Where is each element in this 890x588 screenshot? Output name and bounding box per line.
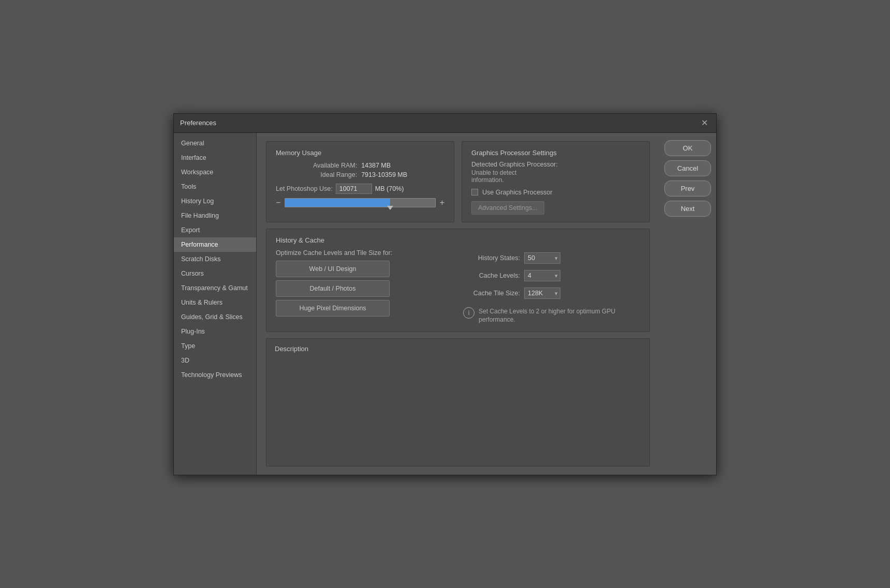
history-states-select[interactable]: 50 20 100 (524, 252, 560, 264)
cache-info-row: i Set Cache Levels to 2 or higher for op… (463, 307, 640, 325)
cache-levels-row: Cache Levels: 4 2 6 8 (463, 270, 640, 281)
memory-mb-pct: MB (70%) (375, 185, 404, 192)
sidebar-item-history-log[interactable]: History Log (174, 194, 256, 208)
hc-right: History States: 50 20 100 Cache Levels: (463, 249, 640, 325)
available-ram-label: Available RAM: (276, 162, 357, 169)
optimize-label: Optimize Cache Levels and Tile Size for: (276, 249, 453, 257)
dialog-body: General Interface Workspace Tools Histor… (174, 133, 716, 475)
cache-info-text: Set Cache Levels to 2 or higher for opti… (479, 307, 640, 325)
memory-input[interactable] (336, 184, 372, 194)
cache-levels-label: Cache Levels: (463, 272, 520, 279)
sidebar-item-units-rulers[interactable]: Units & Rulers (174, 295, 256, 310)
memory-panel: Memory Usage Available RAM: 14387 MB Ide… (266, 141, 454, 222)
gpu-section-title: Graphics Processor Settings (471, 149, 640, 157)
gpu-detected-value: Unable to detectinformation. (471, 169, 640, 184)
memory-slider[interactable] (285, 198, 435, 207)
cache-levels-select[interactable]: 4 2 6 8 (524, 270, 560, 281)
sidebar-item-export[interactable]: Export (174, 223, 256, 237)
sidebar-item-transparency-gamut[interactable]: Transparency & Gamut (174, 281, 256, 295)
ideal-range-value: 7913-10359 MB (361, 171, 444, 178)
description-panel: Description (266, 338, 650, 466)
close-button[interactable]: ✕ (699, 118, 710, 128)
cancel-button[interactable]: Cancel (664, 160, 711, 176)
sidebar-item-scratch-disks[interactable]: Scratch Disks (174, 252, 256, 266)
prev-button[interactable]: Prev (664, 180, 711, 197)
default-photos-button[interactable]: Default / Photos (276, 280, 390, 297)
history-cache-body: Optimize Cache Levels and Tile Size for:… (276, 249, 640, 325)
dialog-title: Preferences (180, 119, 216, 127)
slider-row: − + (276, 198, 444, 207)
sidebar-item-guides-grid-slices[interactable]: Guides, Grid & Slices (174, 310, 256, 324)
ok-button[interactable]: OK (664, 140, 711, 156)
memory-grid: Available RAM: 14387 MB Ideal Range: 791… (276, 162, 444, 178)
hc-left: Optimize Cache Levels and Tile Size for:… (276, 249, 453, 325)
next-button[interactable]: Next (664, 201, 711, 217)
info-icon: i (463, 307, 474, 319)
available-ram-value: 14387 MB (361, 162, 444, 169)
sidebar-item-plug-ins[interactable]: Plug-Ins (174, 324, 256, 339)
cache-tile-size-label: Cache Tile Size: (463, 290, 520, 297)
gpu-checkbox-row: Use Graphics Processor (471, 189, 640, 196)
history-states-select-wrapper: 50 20 100 (524, 252, 560, 264)
sidebar-item-3d[interactable]: 3D (174, 353, 256, 368)
main-content: Memory Usage Available RAM: 14387 MB Ide… (257, 133, 659, 475)
sidebar-item-interface[interactable]: Interface (174, 150, 256, 165)
huge-pixel-dimensions-button[interactable]: Huge Pixel Dimensions (276, 300, 390, 316)
preferences-dialog: Preferences ✕ General Interface Workspac… (173, 113, 717, 475)
top-row: Memory Usage Available RAM: 14387 MB Ide… (266, 141, 650, 222)
sidebar-item-performance[interactable]: Performance (174, 237, 256, 252)
sidebar-item-general[interactable]: General (174, 136, 256, 150)
history-cache-panel: History & Cache Optimize Cache Levels an… (266, 229, 650, 333)
ideal-range-label: Ideal Range: (276, 171, 357, 178)
sidebar-item-technology-previews[interactable]: Technology Previews (174, 368, 256, 382)
cache-tile-size-select[interactable]: 128K 256K 512K 1024K (524, 288, 560, 299)
slider-plus-icon[interactable]: + (440, 198, 444, 207)
sidebar-item-workspace[interactable]: Workspace (174, 165, 256, 179)
sidebar: General Interface Workspace Tools Histor… (174, 133, 257, 475)
let-photoshop-use-label: Let Photoshop Use: (276, 185, 333, 192)
cache-tile-size-select-wrapper: 128K 256K 512K 1024K (524, 288, 560, 299)
use-gpu-checkbox[interactable] (471, 189, 478, 195)
slider-thumb-icon (387, 206, 393, 210)
use-gpu-label: Use Graphics Processor (482, 189, 552, 196)
description-title: Description (275, 345, 641, 353)
sidebar-item-file-handling[interactable]: File Handling (174, 208, 256, 223)
action-buttons: OK Cancel Prev Next (659, 133, 716, 475)
cache-tile-size-row: Cache Tile Size: 128K 256K 512K 1024K (463, 288, 640, 299)
advanced-settings-button[interactable]: Advanced Settings... (471, 201, 544, 215)
sidebar-item-tools[interactable]: Tools (174, 179, 256, 194)
gpu-panel: Graphics Processor Settings Detected Gra… (462, 141, 650, 222)
slider-minus-icon[interactable]: − (276, 198, 280, 207)
title-bar: Preferences ✕ (174, 114, 716, 133)
memory-section-title: Memory Usage (276, 149, 444, 157)
history-states-label: History States: (463, 254, 520, 262)
slider-fill (285, 199, 390, 207)
sidebar-item-type[interactable]: Type (174, 339, 256, 353)
sidebar-item-cursors[interactable]: Cursors (174, 266, 256, 281)
history-cache-title: History & Cache (276, 236, 640, 244)
cache-levels-select-wrapper: 4 2 6 8 (524, 270, 560, 281)
history-states-row: History States: 50 20 100 (463, 252, 640, 264)
web-ui-design-button[interactable]: Web / UI Design (276, 261, 390, 277)
memory-use-row: Let Photoshop Use: MB (70%) (276, 184, 444, 194)
gpu-detected-label: Detected Graphics Processor: (471, 161, 640, 168)
